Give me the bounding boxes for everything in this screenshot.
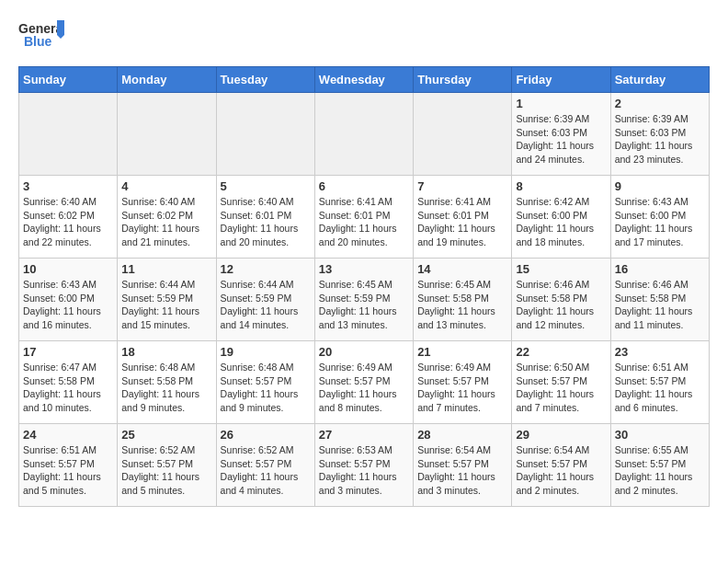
day-info: Sunrise: 6:52 AM Sunset: 5:57 PM Dayligh… xyxy=(221,443,311,498)
weekday-header: Wednesday xyxy=(314,67,413,93)
weekday-header: Monday xyxy=(118,67,216,93)
calendar-cell: 15Sunrise: 6:46 AM Sunset: 5:58 PM Dayli… xyxy=(512,259,610,341)
weekday-header: Sunday xyxy=(19,67,118,93)
calendar-week-row: 17Sunrise: 6:47 AM Sunset: 5:58 PM Dayli… xyxy=(19,341,710,424)
day-info: Sunrise: 6:42 AM Sunset: 6:00 PM Dayligh… xyxy=(516,195,606,249)
day-number: 22 xyxy=(516,345,606,359)
day-number: 4 xyxy=(121,179,211,193)
calendar-week-row: 3Sunrise: 6:40 AM Sunset: 6:02 PM Daylig… xyxy=(19,176,710,259)
day-info: Sunrise: 6:45 AM Sunset: 5:58 PM Dayligh… xyxy=(417,278,507,332)
day-number: 30 xyxy=(615,428,705,442)
calendar-cell: 19Sunrise: 6:48 AM Sunset: 5:57 PM Dayli… xyxy=(216,341,314,424)
calendar-cell: 29Sunrise: 6:54 AM Sunset: 5:57 PM Dayli… xyxy=(512,424,610,507)
calendar-cell: 11Sunrise: 6:44 AM Sunset: 5:59 PM Dayli… xyxy=(118,259,216,341)
header-row: SundayMondayTuesdayWednesdayThursdayFrid… xyxy=(19,67,710,93)
day-number: 5 xyxy=(221,179,311,193)
day-info: Sunrise: 6:49 AM Sunset: 5:57 PM Dayligh… xyxy=(319,361,409,415)
day-info: Sunrise: 6:44 AM Sunset: 5:59 PM Dayligh… xyxy=(121,278,211,332)
calendar-cell: 18Sunrise: 6:48 AM Sunset: 5:58 PM Dayli… xyxy=(118,341,216,424)
day-info: Sunrise: 6:51 AM Sunset: 5:57 PM Dayligh… xyxy=(615,361,705,415)
day-number: 6 xyxy=(319,179,409,193)
day-info: Sunrise: 6:49 AM Sunset: 5:57 PM Dayligh… xyxy=(417,361,507,415)
calendar-cell: 14Sunrise: 6:45 AM Sunset: 5:58 PM Dayli… xyxy=(414,259,512,341)
calendar-cell: 21Sunrise: 6:49 AM Sunset: 5:57 PM Dayli… xyxy=(414,341,512,424)
day-info: Sunrise: 6:52 AM Sunset: 5:57 PM Dayligh… xyxy=(121,443,211,498)
day-number: 23 xyxy=(615,345,705,359)
calendar-cell: 2Sunrise: 6:39 AM Sunset: 6:03 PM Daylig… xyxy=(610,93,709,176)
day-number: 18 xyxy=(121,345,211,359)
day-number: 21 xyxy=(417,345,507,359)
calendar-table: SundayMondayTuesdayWednesdayThursdayFrid… xyxy=(18,66,710,507)
header: General Blue xyxy=(18,18,710,57)
day-number: 3 xyxy=(23,179,113,193)
day-number: 14 xyxy=(417,262,507,276)
calendar-week-row: 10Sunrise: 6:43 AM Sunset: 6:00 PM Dayli… xyxy=(19,259,710,341)
calendar-cell: 12Sunrise: 6:44 AM Sunset: 5:59 PM Dayli… xyxy=(216,259,314,341)
day-number: 24 xyxy=(23,428,113,442)
weekday-header: Tuesday xyxy=(216,67,314,93)
day-number: 11 xyxy=(121,262,211,276)
day-number: 12 xyxy=(221,262,311,276)
day-number: 27 xyxy=(319,428,409,442)
calendar-cell: 3Sunrise: 6:40 AM Sunset: 6:02 PM Daylig… xyxy=(19,176,118,259)
day-info: Sunrise: 6:40 AM Sunset: 6:02 PM Dayligh… xyxy=(23,195,113,249)
logo-svg: General Blue xyxy=(18,18,64,57)
day-info: Sunrise: 6:46 AM Sunset: 5:58 PM Dayligh… xyxy=(516,278,606,332)
day-info: Sunrise: 6:45 AM Sunset: 5:59 PM Dayligh… xyxy=(319,278,409,332)
calendar-cell: 13Sunrise: 6:45 AM Sunset: 5:59 PM Dayli… xyxy=(314,259,413,341)
calendar-cell: 1Sunrise: 6:39 AM Sunset: 6:03 PM Daylig… xyxy=(512,93,610,176)
day-info: Sunrise: 6:43 AM Sunset: 6:00 PM Dayligh… xyxy=(615,195,705,249)
day-info: Sunrise: 6:47 AM Sunset: 5:58 PM Dayligh… xyxy=(23,361,113,415)
day-number: 25 xyxy=(121,428,211,442)
logo: General Blue xyxy=(18,18,64,57)
calendar-cell: 20Sunrise: 6:49 AM Sunset: 5:57 PM Dayli… xyxy=(314,341,413,424)
weekday-header: Saturday xyxy=(610,67,709,93)
day-info: Sunrise: 6:40 AM Sunset: 6:02 PM Dayligh… xyxy=(121,195,211,249)
day-info: Sunrise: 6:43 AM Sunset: 6:00 PM Dayligh… xyxy=(23,278,113,332)
svg-text:Blue: Blue xyxy=(24,34,52,49)
calendar-cell: 6Sunrise: 6:41 AM Sunset: 6:01 PM Daylig… xyxy=(314,176,413,259)
calendar-week-row: 24Sunrise: 6:51 AM Sunset: 5:57 PM Dayli… xyxy=(19,424,710,507)
day-info: Sunrise: 6:41 AM Sunset: 6:01 PM Dayligh… xyxy=(319,195,409,249)
calendar-cell: 25Sunrise: 6:52 AM Sunset: 5:57 PM Dayli… xyxy=(118,424,216,507)
day-number: 17 xyxy=(23,345,113,359)
calendar-cell: 23Sunrise: 6:51 AM Sunset: 5:57 PM Dayli… xyxy=(610,341,709,424)
day-number: 8 xyxy=(516,179,606,193)
calendar-cell: 7Sunrise: 6:41 AM Sunset: 6:01 PM Daylig… xyxy=(414,176,512,259)
day-number: 13 xyxy=(319,262,409,276)
calendar-cell: 8Sunrise: 6:42 AM Sunset: 6:00 PM Daylig… xyxy=(512,176,610,259)
calendar-cell xyxy=(19,93,118,176)
day-info: Sunrise: 6:50 AM Sunset: 5:57 PM Dayligh… xyxy=(516,361,606,415)
day-info: Sunrise: 6:54 AM Sunset: 5:57 PM Dayligh… xyxy=(417,443,507,498)
day-number: 9 xyxy=(615,179,705,193)
day-info: Sunrise: 6:51 AM Sunset: 5:57 PM Dayligh… xyxy=(23,443,113,498)
day-number: 2 xyxy=(615,97,705,110)
day-number: 19 xyxy=(221,345,311,359)
day-info: Sunrise: 6:46 AM Sunset: 5:58 PM Dayligh… xyxy=(615,278,705,332)
day-number: 26 xyxy=(221,428,311,442)
day-info: Sunrise: 6:39 AM Sunset: 6:03 PM Dayligh… xyxy=(516,112,606,167)
weekday-header: Thursday xyxy=(414,67,512,93)
day-info: Sunrise: 6:53 AM Sunset: 5:57 PM Dayligh… xyxy=(319,443,409,498)
day-number: 15 xyxy=(516,262,606,276)
day-info: Sunrise: 6:55 AM Sunset: 5:57 PM Dayligh… xyxy=(615,443,705,498)
day-number: 7 xyxy=(417,179,507,193)
calendar-cell: 17Sunrise: 6:47 AM Sunset: 5:58 PM Dayli… xyxy=(19,341,118,424)
calendar-cell: 24Sunrise: 6:51 AM Sunset: 5:57 PM Dayli… xyxy=(19,424,118,507)
svg-marker-2 xyxy=(57,20,64,39)
calendar-cell xyxy=(216,93,314,176)
day-info: Sunrise: 6:54 AM Sunset: 5:57 PM Dayligh… xyxy=(516,443,606,498)
day-info: Sunrise: 6:48 AM Sunset: 5:58 PM Dayligh… xyxy=(121,361,211,415)
day-number: 10 xyxy=(23,262,113,276)
calendar-cell: 26Sunrise: 6:52 AM Sunset: 5:57 PM Dayli… xyxy=(216,424,314,507)
day-info: Sunrise: 6:39 AM Sunset: 6:03 PM Dayligh… xyxy=(615,112,705,167)
day-number: 16 xyxy=(615,262,705,276)
calendar-cell: 30Sunrise: 6:55 AM Sunset: 5:57 PM Dayli… xyxy=(610,424,709,507)
weekday-header: Friday xyxy=(512,67,610,93)
calendar-cell xyxy=(414,93,512,176)
day-info: Sunrise: 6:48 AM Sunset: 5:57 PM Dayligh… xyxy=(221,361,311,415)
calendar-week-row: 1Sunrise: 6:39 AM Sunset: 6:03 PM Daylig… xyxy=(19,93,710,176)
calendar-cell: 5Sunrise: 6:40 AM Sunset: 6:01 PM Daylig… xyxy=(216,176,314,259)
day-number: 20 xyxy=(319,345,409,359)
calendar-cell: 9Sunrise: 6:43 AM Sunset: 6:00 PM Daylig… xyxy=(610,176,709,259)
